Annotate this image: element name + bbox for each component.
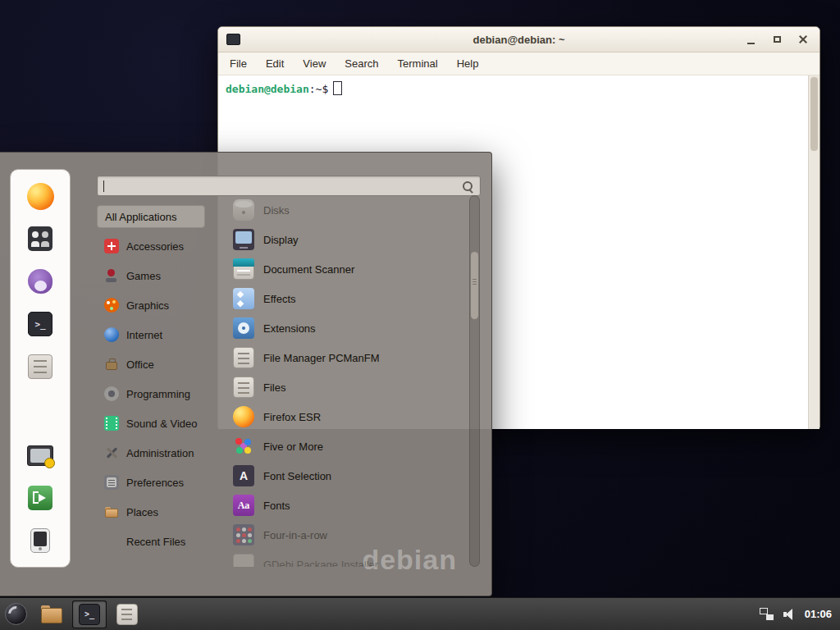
screensaver-icon [27, 445, 53, 466]
category-places[interactable]: Places [97, 497, 228, 527]
extensions-icon [233, 317, 254, 339]
office-icon [104, 357, 119, 372]
category-accessories[interactable]: Accessories [97, 231, 228, 261]
category-internet[interactable]: Internet [97, 320, 228, 349]
app-item-document-scanner[interactable]: Document Scanner [233, 254, 469, 284]
task-terminal[interactable]: >_ [72, 600, 107, 628]
category-programming[interactable]: Programming [97, 379, 228, 409]
favorite-shutdown[interactable] [22, 526, 58, 555]
search-icon [462, 180, 473, 192]
menu-view[interactable]: View [303, 57, 326, 70]
menu-terminal[interactable]: Terminal [398, 57, 438, 70]
favorite-firefox[interactable] [22, 181, 58, 211]
app-item-five-or-more[interactable]: Five or More [233, 431, 469, 461]
document-scanner-icon [233, 258, 254, 280]
maximize-icon[interactable] [769, 31, 785, 48]
terminal-title: debian@debian: ~ [218, 34, 819, 46]
menu-logo-icon [5, 603, 27, 625]
logout-icon [28, 486, 52, 510]
menu-edit[interactable]: Edit [266, 57, 284, 70]
app-item-firefox-esr[interactable]: Firefox ESR [233, 402, 469, 431]
network-icon[interactable] [760, 608, 774, 620]
category-all-applications[interactable]: All Applications [97, 205, 205, 228]
app-item-font-selection[interactable]: A Font Selection [233, 461, 469, 491]
app-item-label: Firefox ESR [263, 411, 321, 423]
category-administration[interactable]: Administration [97, 438, 228, 468]
task-file-manager[interactable] [34, 600, 69, 628]
category-graphics[interactable]: Graphics [97, 290, 228, 320]
category-label: Places [126, 506, 158, 518]
menu-scrollbar[interactable] [469, 195, 480, 567]
favorite-lock-screen[interactable] [22, 441, 58, 470]
disks-icon [233, 199, 254, 221]
app-item-disks[interactable]: Disks [233, 195, 469, 225]
clock[interactable]: 01:06 [805, 608, 832, 620]
app-item-four-in-a-row[interactable]: Four-in-a-row [233, 520, 469, 550]
app-item-label: Extensions [263, 322, 316, 335]
app-item-label: Four-in-a-row [263, 529, 327, 541]
app-item-label: File Manager PCManFM [263, 352, 380, 364]
category-recent-files[interactable]: Recent Files [97, 527, 228, 556]
prompt-path: :~$ [309, 83, 328, 95]
terminal-window-icon [226, 34, 240, 45]
app-item-label: Fonts [263, 500, 290, 512]
desktop: debian@debian: ~ File Edit View Search T… [0, 0, 840, 630]
firefox-icon [27, 183, 54, 210]
effects-icon [233, 288, 254, 309]
category-label: Preferences [126, 477, 184, 489]
category-preferences[interactable]: Preferences [97, 468, 228, 497]
menu-scrollbar-thumb[interactable] [471, 252, 478, 319]
font-selection-icon: A [233, 465, 254, 486]
favorite-terminal[interactable]: >_ [22, 309, 58, 339]
games-icon [104, 268, 119, 283]
app-item-label: Display [263, 234, 299, 246]
application-list: Disks Display Document Scanner Effects E… [233, 195, 469, 567]
terminal-icon: >_ [28, 312, 52, 336]
gdebi-icon [233, 554, 254, 567]
app-item-label: Five or More [263, 441, 323, 453]
app-item-extensions[interactable]: Extensions [233, 313, 469, 343]
app-item-display[interactable]: Display [233, 225, 469, 254]
menu-search[interactable]: Search [345, 57, 378, 70]
favorite-file-manager[interactable] [22, 352, 58, 381]
menu-help[interactable]: Help [457, 57, 479, 70]
favorite-logout[interactable] [22, 483, 58, 513]
pidgin-icon [28, 269, 52, 294]
category-sound-video[interactable]: Sound & Video [97, 409, 228, 438]
terminal-scrollbar-thumb[interactable] [810, 77, 818, 151]
search-caret [103, 180, 104, 192]
sound-video-icon [104, 416, 119, 431]
users-icon [28, 226, 52, 251]
minimize-icon[interactable] [742, 31, 759, 48]
app-item-gdebi[interactable]: GDebi Package Installer [233, 550, 469, 567]
menu-file[interactable]: File [230, 57, 247, 70]
app-item-file-manager-pcmanfm[interactable]: File Manager PCManFM [233, 343, 469, 372]
file-manager-icon [28, 354, 52, 379]
preferences-icon [104, 475, 119, 490]
category-label: Recent Files [126, 536, 185, 548]
app-item-fonts[interactable]: Aa Fonts [233, 491, 469, 520]
category-list: All Applications Accessories Games Graph… [97, 202, 228, 556]
internet-icon [104, 327, 119, 342]
task-files[interactable] [110, 600, 144, 628]
category-label: Programming [126, 388, 190, 400]
window-controls [742, 31, 819, 48]
accessories-icon [104, 239, 119, 253]
favorite-users[interactable] [22, 224, 58, 253]
files-icon [233, 377, 254, 398]
search-input[interactable] [98, 176, 462, 195]
category-label: Administration [126, 447, 194, 459]
five-or-more-icon [233, 436, 254, 457]
favorite-pidgin[interactable] [22, 267, 58, 296]
terminal-menubar: File Edit View Search Terminal Help [218, 52, 819, 75]
terminal-scrollbar[interactable] [808, 75, 819, 429]
volume-icon[interactable] [783, 608, 796, 620]
terminal-titlebar[interactable]: debian@debian: ~ [218, 27, 819, 52]
menu-button[interactable] [0, 598, 31, 630]
close-icon[interactable] [795, 31, 811, 48]
search-box [97, 176, 481, 196]
app-item-files[interactable]: Files [233, 372, 469, 402]
category-office[interactable]: Office [97, 349, 228, 379]
app-item-effects[interactable]: Effects [233, 284, 469, 313]
category-games[interactable]: Games [97, 261, 228, 290]
